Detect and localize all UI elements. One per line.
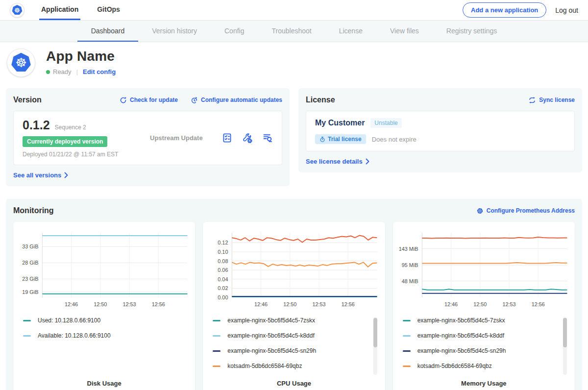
legend-item[interactable]: example-nginx-5bc6f5d4c5-k8ddf (403, 332, 558, 339)
legend-item[interactable]: example-nginx-5bc6f5d4c5-sn29h (213, 347, 368, 354)
legend-color-dash (403, 350, 411, 352)
legend-item[interactable]: kotsadm-5db6dc6584-69qbz (403, 363, 558, 369)
add-new-application-button[interactable]: Add a new application (463, 2, 546, 18)
tab-view-files[interactable]: View files (376, 21, 433, 42)
tab-license[interactable]: License (325, 21, 376, 42)
tab-version-history[interactable]: Version history (138, 21, 211, 42)
version-source-label: Upstream Update (135, 134, 222, 142)
svg-text:12:50: 12:50 (94, 301, 107, 307)
view-diff-button[interactable] (262, 133, 273, 143)
memory-usage-chart-card: 48 MiB95 MiB143 MiB12:4612:5012:5312:56 … (393, 222, 575, 390)
svg-text:0.02: 0.02 (218, 285, 228, 291)
svg-text:12:56: 12:56 (152, 301, 165, 307)
version-number: 0.1.2 (23, 118, 50, 132)
logout-button[interactable]: Log out (555, 6, 578, 14)
legend-color-dash (403, 335, 411, 337)
tab-troubleshoot-label: Troubleshoot (271, 27, 311, 35)
tab-config-label: Config (224, 27, 244, 35)
tab-config[interactable]: Config (211, 21, 258, 42)
tab-view-files-label: View files (390, 27, 419, 35)
legend-color-dash (403, 320, 411, 321)
legend-color-dash (213, 350, 220, 352)
edit-config-button[interactable] (242, 133, 252, 143)
legend-color-dash (23, 320, 31, 321)
stopwatch-icon (319, 136, 325, 143)
check-for-update-link[interactable]: Check for update (120, 97, 178, 104)
license-panel-title: License (306, 96, 335, 104)
legend-label: example-nginx-5bc6f5d4c5-k8ddf (417, 332, 504, 339)
app-header: ☸ App Name Ready | Edit config (0, 42, 588, 84)
preflight-checks-button[interactable] (222, 133, 232, 143)
license-panel: License Sync license My Custo (298, 88, 582, 172)
legend-item[interactable]: example-nginx-5bc6f5d4c5-7zskx (213, 317, 368, 324)
legend-item[interactable]: Available: 10.128.0.66:9100 (23, 332, 178, 339)
svg-text:0.10: 0.10 (218, 249, 228, 255)
tab-version-history-label: Version history (152, 27, 197, 35)
disk-usage-legend: Used: 10.128.0.66:9100Available: 10.128.… (23, 317, 191, 347)
legend-scrollbar-thumb[interactable] (563, 318, 567, 347)
svg-text:12:56: 12:56 (531, 301, 544, 307)
monitoring-title: Monitoring (13, 206, 54, 215)
legend-color-dash (23, 335, 31, 337)
tab-troubleshoot[interactable]: Troubleshoot (258, 21, 325, 42)
wrench-gear-icon (242, 133, 252, 143)
sync-license-label: Sync license (539, 97, 575, 103)
tab-license-label: License (339, 27, 363, 35)
legend-item[interactable]: example-nginx-5bc6f5d4c5-sn29h (403, 347, 558, 354)
sync-license-link[interactable]: Sync license (528, 97, 575, 104)
app-sub-nav: Dashboard Version history Config Trouble… (0, 21, 588, 42)
legend-label: Available: 10.128.0.66:9100 (38, 332, 111, 339)
svg-text:0.12: 0.12 (218, 240, 228, 245)
svg-text:33 GiB: 33 GiB (22, 244, 38, 249)
legend-label: example-nginx-5bc6f5d4c5-sn29h (417, 347, 506, 354)
gear-icon (476, 207, 484, 215)
legend-item[interactable]: Used: 10.128.0.66:9100 (23, 317, 178, 324)
legend-scrollbar[interactable] (563, 317, 567, 375)
app-kubernetes-icon: ☸ (7, 49, 35, 77)
nav-tab-application-label: Application (41, 5, 78, 13)
check-for-update-label: Check for update (130, 97, 178, 103)
edit-config-link[interactable]: Edit config (83, 68, 116, 75)
legend-item[interactable]: kotsadm-5db6dc6584-69qbz (213, 363, 368, 369)
nav-tab-application[interactable]: Application (39, 0, 80, 20)
legend-item[interactable]: example-nginx-5bc6f5d4c5-7zskx (403, 317, 558, 324)
kubernetes-logo-icon[interactable]: ☸ (10, 3, 24, 18)
cpu-usage-legend: example-nginx-5bc6f5d4c5-7zskxexample-ng… (213, 317, 381, 378)
chart-title: CPU Usage (207, 380, 381, 389)
legend-label: example-nginx-5bc6f5d4c5-sn29h (227, 347, 316, 354)
legend-color-dash (213, 366, 220, 367)
channel-badge: Unstable (370, 118, 401, 128)
legend-color-dash (403, 366, 411, 367)
see-license-details-link[interactable]: See license details (306, 158, 575, 165)
chart-plot: 19 GiB23 GiB28 GiB33 GiB12:4612:5012:531… (17, 227, 191, 309)
disk-usage-chart-card: 19 GiB23 GiB28 GiB33 GiB12:4612:5012:531… (13, 222, 195, 390)
legend-label: kotsadm-5db6dc6584-69qbz (227, 363, 302, 369)
svg-text:0.06: 0.06 (218, 267, 228, 273)
top-nav: ☸ Application GitOps Add a new applicati… (0, 0, 588, 21)
configure-automatic-updates-label: Configure automatic updates (201, 97, 282, 103)
status-badge: Ready (53, 68, 72, 75)
svg-text:12:46: 12:46 (444, 301, 458, 307)
disk-usage-chart: 19 GiB23 GiB28 GiB33 GiB12:4612:5012:531… (17, 227, 191, 311)
chart-title: Disk Usage (17, 380, 191, 389)
customer-name: My Customer (315, 119, 365, 127)
svg-text:12:53: 12:53 (502, 301, 515, 307)
version-panel: Version Check for update (6, 88, 290, 186)
svg-text:12:46: 12:46 (65, 301, 78, 307)
version-panel-title: Version (13, 96, 42, 104)
license-expiry: Does not expire (372, 136, 416, 143)
chart-plot: 0.000.020.040.060.080.100.1212:4612:5012… (207, 227, 381, 309)
legend-scrollbar-thumb[interactable] (373, 318, 377, 347)
tab-dashboard[interactable]: Dashboard (77, 21, 139, 42)
legend-scrollbar[interactable] (373, 317, 377, 375)
configure-automatic-updates-link[interactable]: Configure automatic updates (191, 97, 282, 104)
legend-item[interactable]: example-nginx-5bc6f5d4c5-k8ddf (213, 332, 368, 339)
see-all-versions-link[interactable]: See all versions (13, 171, 282, 179)
tab-registry-settings[interactable]: Registry settings (433, 21, 511, 42)
see-license-details-label: See license details (306, 158, 363, 165)
svg-text:28 GiB: 28 GiB (22, 260, 38, 266)
chart-plot: 48 MiB95 MiB143 MiB12:4612:5012:5312:56 (397, 227, 571, 309)
nav-tab-gitops[interactable]: GitOps (95, 0, 122, 20)
nav-tab-gitops-label: GitOps (97, 5, 120, 13)
configure-prometheus-link[interactable]: Configure Prometheus Address (476, 207, 575, 215)
